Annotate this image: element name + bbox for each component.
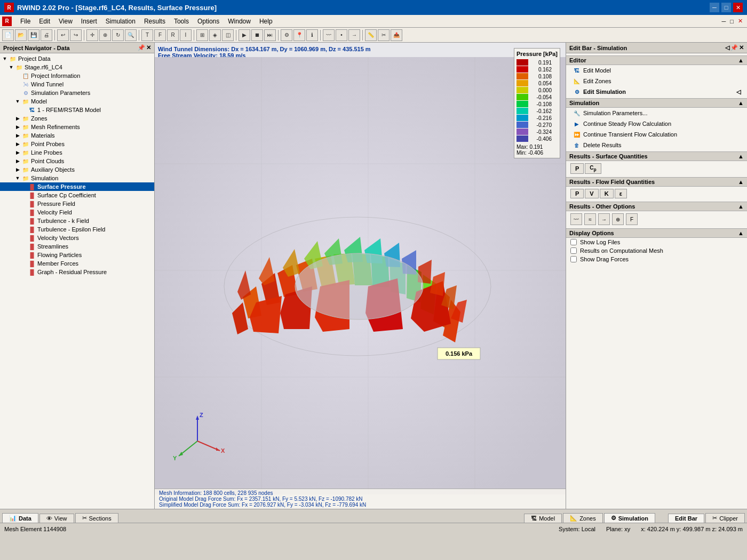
right-panel-pin[interactable]: 📌	[730, 44, 738, 51]
tree-graph-residual[interactable]: ▐▌ Graph - Residual Pressure	[0, 268, 154, 276]
tree-materials[interactable]: ▶ 📁 Materials	[0, 131, 154, 140]
tb-play[interactable]: ▶	[239, 29, 250, 41]
tree-point-probes[interactable]: ▶ 📁 Point Probes	[0, 140, 154, 148]
edit-zones-item[interactable]: 📐 Edit Zones	[566, 76, 747, 86]
tree-member-forces[interactable]: ▐▌ Member Forces	[0, 259, 154, 268]
right-panel-arrow[interactable]: ◁	[725, 44, 729, 51]
tb-stop[interactable]: ⏹	[251, 29, 263, 41]
tb-view-front[interactable]: F	[154, 29, 166, 41]
show-log-files-checkbox[interactable]	[570, 239, 577, 245]
tab-zones[interactable]: 📐 Zones	[563, 513, 603, 523]
tree-pressure-field[interactable]: ▐▌ Pressure Field	[0, 199, 154, 208]
tab-edit-bar[interactable]: Edit Bar	[668, 514, 704, 523]
tree-stage[interactable]: ▼ 📁 Stage.rf6_LC4	[0, 63, 154, 71]
tb-view-iso[interactable]: I	[180, 29, 192, 41]
flow-p-btn[interactable]: P	[570, 189, 584, 198]
tree-project-info[interactable]: 📋 Project Information	[0, 71, 154, 80]
left-panel-close[interactable]: ✕	[146, 44, 151, 51]
tab-model[interactable]: 🏗 Model	[524, 514, 562, 523]
delete-results-item[interactable]: 🗑 Delete Results	[566, 140, 747, 150]
tb-wire[interactable]: ◫	[222, 29, 234, 41]
menu-tools[interactable]: Tools	[170, 17, 193, 26]
tree-surface-cp[interactable]: ▐▌ Surface Cp Coefficient	[0, 191, 154, 199]
menu-simulation[interactable]: Simulation	[101, 17, 140, 26]
tb-info[interactable]: ℹ	[306, 29, 318, 41]
menu-help[interactable]: Help	[255, 17, 277, 26]
flow-v-btn[interactable]: V	[585, 189, 598, 198]
tb-probe[interactable]: 📍	[293, 29, 305, 41]
tree-flowing-particles[interactable]: ▐▌ Flowing Particles	[0, 251, 154, 259]
tb-export[interactable]: 📤	[391, 29, 402, 41]
left-panel-pin[interactable]: 📌	[138, 44, 145, 51]
tb-select[interactable]: ✛	[86, 29, 98, 41]
app-menu-icon[interactable]: R	[2, 17, 12, 26]
tree-aux-objects[interactable]: ▶ 📁 Auxiliary Objects	[0, 165, 154, 174]
menu-insert[interactable]: Insert	[77, 17, 101, 26]
tree-model-folder[interactable]: ▼ 📁 Model	[0, 97, 154, 106]
close-btn[interactable]: ✕	[733, 3, 743, 12]
tb-settings[interactable]: ⚙	[281, 29, 292, 41]
tab-view[interactable]: 👁 View	[39, 514, 74, 523]
tb-move[interactable]: ⊕	[99, 29, 111, 41]
icon-streamlines[interactable]: 〰	[570, 213, 582, 225]
icon-forces[interactable]: F	[626, 213, 638, 225]
minimize-btn[interactable]: ─	[710, 3, 719, 12]
show-drag-forces-item[interactable]: Show Drag Forces	[566, 255, 747, 263]
surface-p-btn[interactable]: P	[570, 163, 584, 174]
tree-turb-k[interactable]: ▐▌ Turbulence - k Field	[0, 217, 154, 225]
tb-vector[interactable]: →	[348, 29, 360, 41]
tree-zones[interactable]: ▶ 📁 Zones	[0, 114, 154, 123]
tb-save[interactable]: 💾	[28, 29, 39, 41]
flow-k-btn[interactable]: K	[600, 189, 614, 198]
menu-file[interactable]: File	[16, 17, 35, 26]
continue-steady-item[interactable]: ▶ Continue Steady Flow Calculation	[566, 118, 747, 129]
tb-rotate[interactable]: ↻	[112, 29, 124, 41]
tree-streamlines[interactable]: ▐▌ Streamlines	[0, 242, 154, 251]
tree-simulation[interactable]: ▼ 📁 Simulation	[0, 174, 154, 182]
tree-mesh-ref[interactable]: ▶ 📁 Mesh Refinements	[0, 123, 154, 131]
icon-probe[interactable]: ⊕	[612, 213, 624, 225]
flow-eps-btn[interactable]: ε	[615, 189, 627, 198]
menu-options[interactable]: Options	[193, 17, 224, 26]
viewport[interactable]: Wind Tunnel Dimensions: Dx = 1634.167 m,…	[155, 43, 566, 509]
tb-print[interactable]: 🖨	[41, 29, 52, 41]
menu-window[interactable]: Window	[224, 17, 255, 26]
menu-restore-icon[interactable]: □	[728, 18, 736, 25]
results-comp-mesh-item[interactable]: Results on Computational Mesh	[566, 246, 747, 255]
icon-particles[interactable]: ≈	[584, 213, 596, 225]
tb-new[interactable]: 📄	[2, 29, 14, 41]
tb-redo[interactable]: ↪	[70, 29, 82, 41]
menu-results[interactable]: Results	[140, 17, 170, 26]
tb-undo[interactable]: ↩	[57, 29, 69, 41]
section-collapse-icon[interactable]: ▲	[738, 153, 744, 159]
tb-particle[interactable]: •	[336, 29, 347, 41]
edit-model-item[interactable]: 🏗 Edit Model	[566, 65, 747, 76]
sim-params-item[interactable]: 🔧 Simulation Parameters...	[566, 108, 747, 118]
menu-edit[interactable]: Edit	[35, 17, 54, 26]
menu-minimize-icon[interactable]: ─	[720, 18, 728, 25]
surface-cp-btn[interactable]: Cp	[585, 163, 601, 174]
tree-point-clouds[interactable]: ▶ 📁 Point Clouds	[0, 157, 154, 165]
tree-velocity-field[interactable]: ▐▌ Velocity Field	[0, 208, 154, 217]
menu-view[interactable]: View	[54, 17, 77, 26]
show-drag-forces-checkbox[interactable]	[570, 256, 577, 262]
tab-simulation[interactable]: ⚙ Simulation	[604, 513, 655, 523]
tb-zoom[interactable]: 🔍	[125, 29, 137, 41]
tab-sections[interactable]: ✂ Sections	[75, 513, 118, 523]
tb-view-right[interactable]: R	[167, 29, 179, 41]
tb-clip[interactable]: ✂	[378, 29, 390, 41]
tree-project-data[interactable]: ▼ 📁 Project Data	[0, 54, 154, 63]
tree-turb-eps[interactable]: ▐▌ Turbulence - Epsilon Field	[0, 225, 154, 234]
tree-sim-params[interactable]: ⚙ Simulation Parameters	[0, 89, 154, 97]
icon-vectors[interactable]: →	[598, 213, 610, 225]
menu-close-icon[interactable]: ✕	[736, 18, 745, 25]
tb-step[interactable]: ⏭	[264, 29, 276, 41]
section-collapse-icon[interactable]: ▲	[738, 230, 744, 236]
tree-wind-tunnel[interactable]: 🌬 Wind Tunnel	[0, 80, 154, 89]
continue-transient-item[interactable]: ⏩ Continue Transient Flow Calculation	[566, 129, 747, 140]
right-panel-close[interactable]: ✕	[739, 44, 744, 51]
tab-data[interactable]: 📊 Data	[2, 513, 38, 523]
tree-rfem-model[interactable]: 🏗 1 - RFEM/RSTAB Model	[0, 106, 154, 114]
section-collapse-icon[interactable]: ▲	[738, 203, 744, 210]
title-controls[interactable]: ─ □ ✕	[710, 3, 743, 12]
